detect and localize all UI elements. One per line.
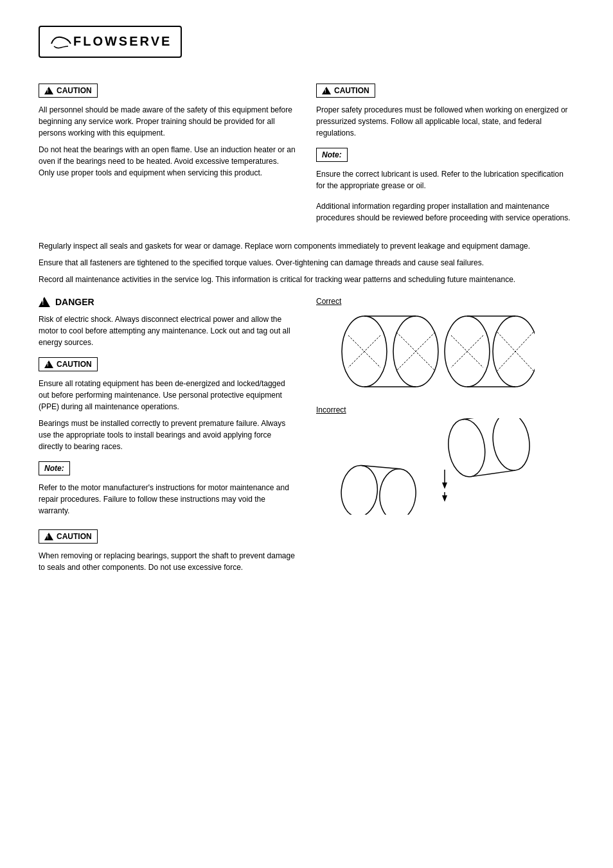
page: FLOWSERVE CAUTION All personnel should b… [0,0,613,868]
left-caution-3-label: CAUTION [57,532,92,541]
svg-point-24 [339,464,380,515]
extra-body-text-block: Regularly inspect all seals and gaskets … [39,240,574,285]
left-column-bottom: DANGER Risk of electric shock. Always di… [39,297,297,578]
danger-text: Risk of electric shock. Always disconnec… [39,314,297,348]
right-caution-triangle-icon [322,87,331,94]
extra-body-text-2: Ensure that all fasteners are tightened … [39,257,574,269]
svg-line-17 [463,418,507,420]
left-caution-2-text: Ensure all rotating equipment has been d… [39,378,297,412]
caution-triangle-icon [44,87,53,94]
danger-triangle-icon [39,297,50,307]
flowserve-logo: FLOWSERVE [39,26,182,58]
left-caution-1-label: CAUTION [57,86,92,95]
svg-point-16 [445,418,488,479]
left-caution-1-text: All personnel should be made aware of th… [39,104,297,139]
left-note-text: Refer to the motor manufacturer's instru… [39,482,297,517]
right-extra-text: Additional information regarding proper … [316,200,574,224]
svg-point-11 [493,316,535,387]
danger-label: DANGER [55,297,94,307]
right-caution-1-text: Proper safety procedures must be followe… [316,104,574,139]
left-caution-3-badge: CAUTION [39,529,98,544]
diagram-incorrect-block: Incorrect [316,405,574,517]
caution-triangle-icon-2 [44,360,53,368]
left-caution-2-text-b: Bearings must be installed correctly to … [39,418,297,452]
caution-triangle-icon-3 [44,533,53,540]
right-column-top: CAUTION Proper safety procedures must be… [316,84,574,229]
extra-body-text-1: Regularly inspect all seals and gaskets … [39,240,574,252]
left-caution-3-block: CAUTION When removing or replacing beari… [39,529,297,573]
left-note-badge: Note: [39,461,70,475]
svg-marker-21 [442,483,447,489]
svg-point-19 [490,418,533,473]
left-caution-1-badge: CAUTION [39,84,98,98]
logo-area: FLOWSERVE [39,26,574,58]
right-caution-1-block: CAUTION Proper safety procedures must be… [316,84,574,139]
left-caution-3-text: When removing or replacing bearings, sup… [39,550,297,573]
danger-block: DANGER Risk of electric shock. Always di… [39,297,297,348]
top-two-col: CAUTION All personnel should be made awa… [39,84,574,229]
left-note-block: Note: Refer to the motor manufacturer's … [39,461,297,517]
right-column-bottom: Correct [316,297,574,527]
diagram-correct-label: Correct [316,297,574,306]
diagram-incorrect-svg [316,418,535,515]
logo-icon [49,31,73,51]
right-caution-1-label: CAUTION [334,86,369,95]
svg-point-27 [378,467,418,515]
right-caution-1-badge: CAUTION [316,84,375,98]
right-note-1-text: Ensure the correct lubricant is used. Re… [316,168,574,191]
right-note-1-badge: Note: [316,148,348,162]
extra-body-text-3: Record all maintenance activities in the… [39,274,574,285]
diagram-correct-svg [316,310,535,393]
logo-text: FLOWSERVE [73,34,172,49]
left-column-top: CAUTION All personnel should be made awa… [39,84,297,229]
danger-badge-container: DANGER [39,297,94,307]
right-note-1-block: Note: Ensure the correct lubricant is us… [316,148,574,191]
left-caution-2-label: CAUTION [57,360,92,369]
left-caution-2-block: CAUTION Ensure all rotating equipment ha… [39,357,297,452]
left-note-label: Note: [44,464,64,473]
svg-marker-23 [442,495,447,502]
left-caution-2-badge: CAUTION [39,357,98,371]
right-note-1-label: Note: [322,150,342,159]
left-text-2: Do not heat the bearings with an open fl… [39,144,297,179]
left-caution-1-block: CAUTION All personnel should be made awa… [39,84,297,179]
diagram-correct-block: Correct [316,297,574,395]
diagram-incorrect-label: Incorrect [316,405,574,414]
bottom-two-col: DANGER Risk of electric shock. Always di… [39,297,574,578]
